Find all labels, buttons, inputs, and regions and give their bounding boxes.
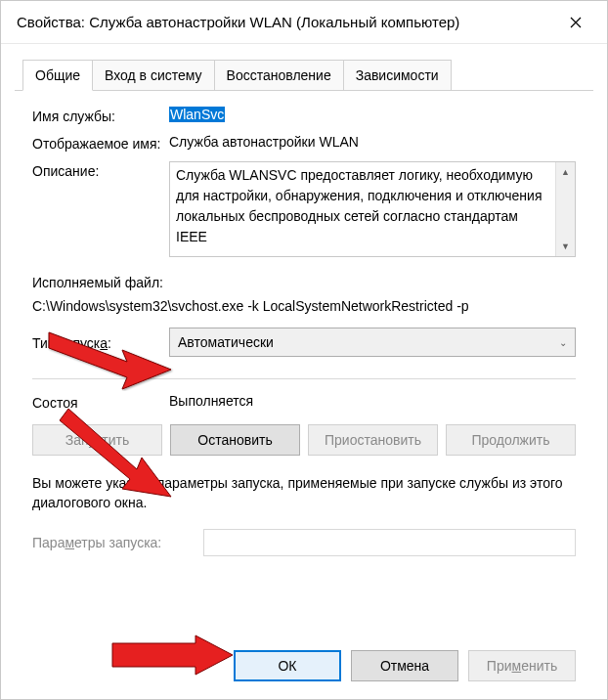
scroll-up-icon[interactable]: ▲ [556,162,575,182]
description-row: Описание: Служба WLANSVC предоставляет л… [32,161,576,257]
service-name-row: Имя службы: WlanSvc [32,107,576,124]
resume-button: Продолжить [446,424,576,456]
status-label: Состоя [32,393,169,411]
pause-button: Приостановить [308,424,438,456]
close-icon [570,17,582,28]
tab-general[interactable]: Общие [22,60,93,91]
service-name-label: Имя службы: [32,107,169,124]
dialog-buttons: ОК Отмена Применить [15,636,593,699]
tab-strip: Общие Вход в систему Восстановление Зави… [15,58,593,91]
tab-logon[interactable]: Вход в систему [92,60,215,90]
titlebar: Свойства: Служба автонастройки WLAN (Лок… [1,1,607,44]
executable-label: Исполняемый файл: [32,275,576,290]
chevron-down-icon: ⌄ [559,337,567,348]
close-button[interactable] [554,1,597,44]
service-buttons-row: Запустить Остановить Приостановить Продо… [32,424,576,456]
executable-block: Исполняемый файл: C:\Windows\system32\sv… [32,275,576,314]
ok-button[interactable]: ОК [234,650,341,681]
service-name-value: WlanSvc [169,107,576,124]
description-text: Служба WLANSVC предоставляет логику, нео… [170,162,555,256]
startup-params-note: Вы можете указать параметры запуска, при… [32,473,576,513]
display-name-value: Служба автонастройки WLAN [169,134,576,152]
apply-button: Применить [468,650,576,681]
stop-button[interactable]: Остановить [170,424,300,456]
executable-path: C:\Windows\system32\svchost.exe -k Local… [32,298,576,314]
description-label: Описание: [32,161,169,257]
display-name-label: Отображаемое имя: [32,134,169,152]
status-value: Выполняется [169,393,576,411]
start-button: Запустить [32,424,162,456]
cancel-button[interactable]: Отмена [351,650,458,681]
description-box[interactable]: Служба WLANSVC предоставляет логику, нео… [169,161,576,257]
startup-type-select[interactable]: Автоматически ⌄ [169,328,576,357]
window-title: Свойства: Служба автонастройки WLAN (Лок… [17,14,554,30]
startup-type-value: Автоматически [178,334,274,350]
display-name-row: Отображаемое имя: Служба автонастройки W… [32,134,576,152]
scroll-down-icon[interactable]: ▼ [556,237,575,256]
status-row: Состоя Выполняется [32,393,576,411]
content-area: Общие Вход в систему Восстановление Зави… [1,44,607,699]
tab-panel-general: Имя службы: WlanSvc Отображаемое имя: Сл… [15,91,593,636]
properties-window: Свойства: Служба автонастройки WLAN (Лок… [0,0,608,700]
tab-dependencies[interactable]: Зависимости [343,60,452,90]
divider [32,378,576,379]
startup-params-label: Параметры запуска: [32,535,203,550]
tab-recovery[interactable]: Восстановление [214,60,344,90]
startup-params-row: Параметры запуска: [32,529,576,556]
startup-params-input [203,529,576,556]
startup-type-label: Тип запуска: [32,333,169,351]
scroll-track[interactable] [556,182,575,237]
startup-type-row: Тип запуска: Автоматически ⌄ [32,328,576,357]
description-scrollbar[interactable]: ▲ ▼ [555,162,575,256]
